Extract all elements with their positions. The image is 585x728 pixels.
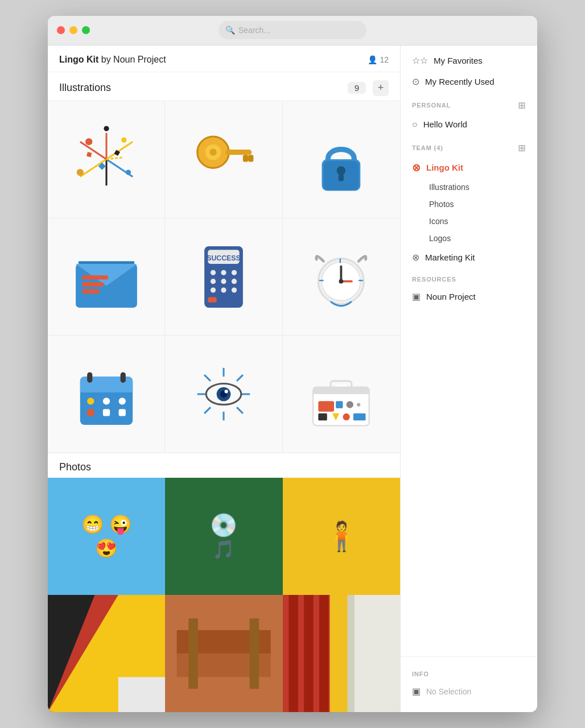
no-selection-icon: ▣ bbox=[412, 686, 421, 697]
svg-rect-54 bbox=[80, 386, 132, 392]
grid-cell-briefcase[interactable] bbox=[283, 336, 400, 453]
svg-point-82 bbox=[357, 403, 361, 406]
personal-section-label: PERSONAL ⊞ bbox=[401, 92, 537, 114]
svg-rect-80 bbox=[336, 401, 343, 408]
svg-point-35 bbox=[221, 270, 226, 275]
svg-point-37 bbox=[211, 279, 216, 284]
sidebar-sub-item-logos[interactable]: Logos bbox=[401, 230, 537, 247]
photo-cell-vinyl[interactable]: 💿 🎵 bbox=[165, 478, 282, 595]
photo-cell-person[interactable]: 🧍 bbox=[283, 478, 400, 595]
info-section-label: INFO bbox=[401, 663, 537, 681]
grid-cell-calendar[interactable] bbox=[48, 336, 165, 453]
noun-project-icon: ▣ bbox=[412, 291, 421, 302]
illustrations-title: Illustrations bbox=[59, 82, 111, 94]
svg-point-7 bbox=[121, 138, 126, 143]
svg-line-1 bbox=[106, 142, 133, 160]
illustrations-count: 9 bbox=[348, 82, 366, 94]
sidebar-item-noun-project[interactable]: ▣ Noun Project bbox=[401, 286, 537, 307]
photo-cell-wood[interactable] bbox=[165, 595, 282, 712]
photo-curtain bbox=[283, 595, 400, 712]
svg-point-17 bbox=[209, 149, 216, 156]
sidebar-item-marketing-kit[interactable]: ⊗ Marketing Kit bbox=[401, 247, 537, 268]
svg-rect-61 bbox=[103, 409, 110, 416]
svg-point-59 bbox=[118, 398, 125, 404]
traffic-lights bbox=[57, 26, 90, 34]
kit-members: 👤 12 bbox=[368, 55, 389, 64]
titlebar: 🔍 Search... bbox=[48, 16, 537, 46]
minimize-button[interactable] bbox=[69, 26, 77, 34]
search-placeholder: Search... bbox=[238, 26, 270, 35]
svg-line-69 bbox=[237, 375, 243, 381]
svg-rect-77 bbox=[314, 387, 370, 394]
illustrations-header: Illustrations 9 + bbox=[48, 72, 400, 101]
team-section-label: TEAM (4) ⊞ bbox=[401, 135, 537, 157]
photo-cell-curtain[interactable] bbox=[283, 595, 400, 712]
grid-cell-calculator[interactable]: SUCCESS bbox=[165, 218, 282, 336]
svg-point-42 bbox=[232, 287, 237, 292]
sidebar-item-recently-used[interactable]: ⊙ My Recently Used bbox=[401, 71, 537, 92]
svg-rect-83 bbox=[319, 413, 327, 420]
lingo-kit-label: Lingo Kit bbox=[426, 163, 463, 172]
sidebar-sub-item-photos[interactable]: Photos bbox=[401, 196, 537, 213]
illustrations-add-button[interactable]: + bbox=[373, 80, 389, 96]
sidebar-sub-item-icons[interactable]: Icons bbox=[401, 213, 537, 230]
kit-header: Lingo Kit by Noun Project 👤 12 bbox=[48, 46, 400, 72]
search-icon: 🔍 bbox=[225, 26, 235, 35]
sidebar-sub-item-illustrations[interactable]: Illustrations bbox=[401, 179, 537, 196]
star-icon: ☆ bbox=[412, 55, 428, 66]
svg-rect-28 bbox=[82, 282, 104, 287]
svg-rect-19 bbox=[243, 155, 248, 162]
svg-line-68 bbox=[237, 407, 243, 413]
clock-icon: ⊙ bbox=[412, 76, 419, 87]
photos-grid: 😁 😜 😍 💿 🎵 🧍 bbox=[48, 478, 400, 713]
search-bar[interactable]: 🔍 Search... bbox=[219, 21, 366, 39]
personal-add-button[interactable]: ⊞ bbox=[518, 100, 526, 111]
photo-cell-emoji[interactable]: 😁 😜 😍 bbox=[48, 478, 165, 595]
photo-cell-geometric[interactable] bbox=[48, 595, 165, 712]
svg-line-5 bbox=[80, 142, 106, 160]
svg-rect-99 bbox=[304, 595, 314, 712]
maximize-button[interactable] bbox=[82, 26, 90, 34]
photos-title: Photos bbox=[59, 461, 91, 473]
no-selection-label: No Selection bbox=[426, 687, 471, 696]
svg-text:SUCCESS: SUCCESS bbox=[207, 254, 240, 262]
grid-cell-envelope[interactable] bbox=[48, 218, 165, 336]
svg-rect-98 bbox=[289, 595, 298, 712]
svg-rect-20 bbox=[248, 155, 253, 162]
svg-line-70 bbox=[204, 407, 211, 413]
team-add-button[interactable]: ⊞ bbox=[518, 143, 526, 154]
svg-point-10 bbox=[76, 169, 83, 176]
grid-cell-eye[interactable] bbox=[165, 336, 282, 453]
svg-rect-86 bbox=[353, 413, 366, 420]
grid-cell-lock[interactable] bbox=[283, 101, 400, 218]
svg-rect-94 bbox=[189, 618, 199, 689]
svg-rect-18 bbox=[225, 150, 252, 155]
sidebar-item-hello-world[interactable]: ○ Hello World bbox=[401, 114, 537, 135]
close-button[interactable] bbox=[57, 26, 65, 34]
infinity-icon: ⊗ bbox=[412, 162, 421, 174]
favorites-label: My Favorites bbox=[434, 56, 483, 65]
svg-point-40 bbox=[211, 287, 216, 292]
info-section: INFO ▣ No Selection bbox=[401, 656, 537, 708]
svg-rect-95 bbox=[250, 618, 259, 689]
svg-rect-55 bbox=[87, 372, 92, 382]
photo-wooden bbox=[165, 595, 282, 712]
svg-point-9 bbox=[104, 126, 109, 131]
illustrations-grid: SUCCESS bbox=[48, 101, 400, 453]
noun-project-label: Noun Project bbox=[426, 292, 476, 301]
grid-cell-fireworks[interactable] bbox=[48, 101, 165, 218]
svg-point-85 bbox=[343, 413, 350, 420]
svg-point-39 bbox=[232, 279, 237, 284]
sidebar-item-favorites[interactable]: ☆ My Favorites bbox=[401, 50, 537, 71]
svg-rect-27 bbox=[82, 275, 108, 280]
grid-cell-key[interactable] bbox=[165, 101, 282, 218]
photo-geometric bbox=[48, 595, 165, 712]
svg-rect-90 bbox=[118, 677, 166, 712]
resources-section-label: RESOURCES bbox=[401, 268, 537, 286]
hello-world-label: Hello World bbox=[423, 119, 467, 129]
svg-rect-13 bbox=[86, 152, 92, 157]
photos-header: Photos bbox=[48, 453, 400, 478]
sidebar-item-lingo-kit[interactable]: ⊗ Lingo Kit bbox=[401, 157, 537, 179]
grid-cell-clock[interactable] bbox=[283, 218, 400, 336]
svg-point-58 bbox=[103, 398, 110, 404]
